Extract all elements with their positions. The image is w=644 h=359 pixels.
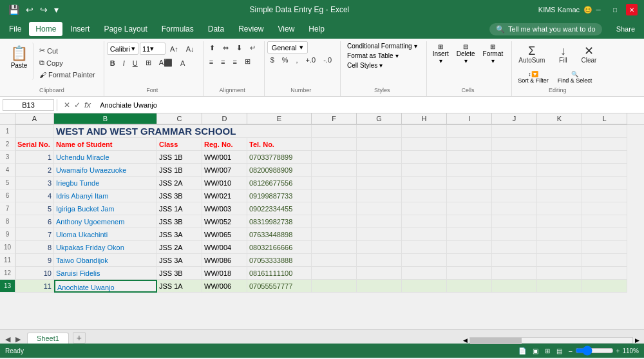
cell-c8[interactable]: JSS 3B (157, 215, 202, 228)
col-header-d[interactable]: D (202, 113, 247, 124)
cell-f6[interactable] (312, 189, 357, 202)
zoom-out-button[interactable]: – (569, 347, 573, 354)
comma-button[interactable]: , (293, 55, 301, 65)
copy-button[interactable]: ⧉ Copy (36, 57, 99, 68)
cell-i7[interactable] (447, 202, 492, 215)
cell-f12[interactable] (312, 267, 357, 280)
cell-a2[interactable]: Serial No. (15, 138, 54, 151)
cell-j3[interactable] (492, 151, 537, 164)
cell-d3[interactable]: WW/001 (202, 151, 247, 164)
cell-g7[interactable] (357, 202, 402, 215)
col-header-c[interactable]: C (157, 113, 202, 124)
new-sheet-button[interactable]: + (73, 332, 86, 344)
menu-page-layout[interactable]: Page Layout (97, 22, 153, 36)
row-num-4[interactable]: 4 (0, 164, 15, 177)
cancel-formula-icon[interactable]: ✕ (64, 101, 70, 110)
cell-b10[interactable]: Ukpakas Friday Okon (54, 241, 157, 254)
align-top-button[interactable]: ⬆ (206, 43, 218, 53)
cell-c9[interactable]: JSS 3A (157, 228, 202, 241)
close-button[interactable]: ✕ (626, 4, 638, 15)
font-color-button[interactable]: A (177, 58, 188, 68)
cell-i8[interactable] (447, 215, 492, 228)
cell-f8[interactable] (312, 215, 357, 228)
scroll-left-button[interactable]: ◀ (461, 337, 469, 344)
page-layout-icon[interactable]: 📄 (518, 347, 526, 354)
row-num-10[interactable]: 10 (0, 241, 15, 254)
tell-me-box[interactable]: 🔍 Tell me what you want to do (489, 23, 602, 35)
row-num-6[interactable]: 6 (0, 189, 15, 202)
cell-b9[interactable]: Uloma Ukachinti (54, 228, 157, 241)
cell-l6[interactable] (582, 189, 627, 202)
formula-input[interactable] (97, 100, 641, 110)
menu-home[interactable]: Home (29, 22, 62, 36)
scroll-thumb[interactable] (470, 338, 522, 344)
cell-d11[interactable]: WW/086 (202, 254, 247, 267)
sheet-tab-sheet1[interactable]: Sheet1 (27, 333, 69, 344)
cell-l13[interactable] (582, 280, 627, 293)
italic-button[interactable]: I (120, 58, 128, 68)
cell-a6[interactable]: 4 (15, 189, 54, 202)
insert-button[interactable]: ⊞ Insert ▾ (430, 41, 452, 66)
cell-k4[interactable] (537, 164, 582, 177)
cell-h10[interactable] (402, 241, 447, 254)
cell-k1[interactable] (537, 125, 582, 138)
align-left-button[interactable]: ≡ (206, 57, 216, 67)
cell-b12[interactable]: Saruisi Fidelis (54, 267, 157, 280)
col-header-j[interactable]: J (492, 113, 537, 124)
cell-i11[interactable] (447, 254, 492, 267)
cell-i10[interactable] (447, 241, 492, 254)
format-as-table-button[interactable]: Format as Table ▾ (343, 51, 402, 61)
cell-f9[interactable] (312, 228, 357, 241)
menu-insert[interactable]: Insert (64, 22, 96, 36)
col-header-k[interactable]: K (537, 113, 582, 124)
cell-f10[interactable] (312, 241, 357, 254)
align-center-button[interactable]: ≡ (218, 57, 228, 67)
cell-j13[interactable] (492, 280, 537, 293)
cell-c7[interactable]: JSS 1A (157, 202, 202, 215)
cell-i4[interactable] (447, 164, 492, 177)
cell-g4[interactable] (357, 164, 402, 177)
col-header-l[interactable]: L (582, 113, 627, 124)
cell-a7[interactable]: 5 (15, 202, 54, 215)
format-painter-button[interactable]: 🖌 Format Painter (36, 70, 99, 80)
cell-c2[interactable]: Class (157, 138, 202, 151)
number-format-selector[interactable]: General ▾ (267, 41, 308, 53)
cell-l10[interactable] (582, 241, 627, 254)
align-right-button[interactable]: ≡ (229, 57, 240, 67)
cell-k13[interactable] (537, 280, 582, 293)
row-num-2[interactable]: 2 (0, 138, 15, 151)
next-sheet-button[interactable]: ▶ (13, 335, 23, 344)
cell-a11[interactable]: 9 (15, 254, 54, 267)
maximize-button[interactable]: □ (609, 4, 621, 15)
cell-k10[interactable] (537, 241, 582, 254)
cell-styles-button[interactable]: Cell Styles ▾ (343, 61, 386, 70)
cell-f4[interactable] (312, 164, 357, 177)
cell-l1[interactable] (582, 125, 627, 138)
percent-button[interactable]: % (279, 55, 292, 65)
scroll-track[interactable] (469, 337, 633, 344)
cell-c6[interactable]: JSS 3B (157, 189, 202, 202)
cell-a9[interactable]: 7 (15, 228, 54, 241)
cell-i13[interactable] (447, 280, 492, 293)
cell-c13[interactable]: JSS 1A (157, 280, 202, 293)
cell-i9[interactable] (447, 228, 492, 241)
cell-b8[interactable]: Anthony Ugoemenem (54, 215, 157, 228)
fill-button[interactable]: ↓ Fill (551, 43, 574, 66)
menu-file[interactable]: File (3, 22, 28, 36)
cell-e13[interactable]: 07055557777 (247, 280, 312, 293)
col-header-e[interactable]: E (247, 113, 312, 124)
cell-b6[interactable]: Idris Abanyi Itam (54, 189, 157, 202)
cell-j7[interactable] (492, 202, 537, 215)
cell-g13[interactable] (357, 280, 402, 293)
menu-review[interactable]: Review (232, 22, 270, 36)
save-icon[interactable]: 💾 (6, 5, 21, 15)
cell-c4[interactable]: JSS 1B (157, 164, 202, 177)
cell-j8[interactable] (492, 215, 537, 228)
cell-g2[interactable] (357, 138, 402, 151)
col-header-i[interactable]: I (447, 113, 492, 124)
cell-a3[interactable]: 1 (15, 151, 54, 164)
cell-f5[interactable] (312, 177, 357, 189)
cell-d12[interactable]: WW/018 (202, 267, 247, 280)
cell-j4[interactable] (492, 164, 537, 177)
row-num-8[interactable]: 8 (0, 215, 15, 228)
